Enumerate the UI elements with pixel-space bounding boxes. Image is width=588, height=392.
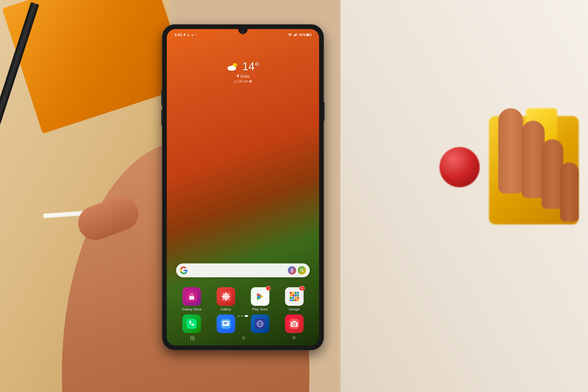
play-store-badge: 1 xyxy=(266,286,271,291)
upload-icon: ▲ xyxy=(187,33,190,36)
status-time: 1:01 xyxy=(174,33,182,37)
svg-rect-3 xyxy=(296,33,297,36)
app-google[interactable]: 20 xyxy=(279,287,310,311)
svg-rect-32 xyxy=(295,292,297,294)
app-galaxy-store[interactable]: Galaxy Store xyxy=(176,287,207,311)
svg-rect-43 xyxy=(292,299,294,301)
svg-rect-44 xyxy=(295,299,297,301)
weather-cloud-icon xyxy=(227,62,239,71)
google-badge: 20 xyxy=(299,286,305,291)
svg-rect-39 xyxy=(292,297,294,299)
google-logo xyxy=(180,266,187,274)
finger-ring xyxy=(542,139,563,209)
power-button[interactable] xyxy=(323,102,325,121)
svg-rect-40 xyxy=(295,297,297,299)
svg-point-23 xyxy=(222,296,225,298)
voice-search-button[interactable] xyxy=(288,266,296,274)
svg-rect-0 xyxy=(294,35,294,36)
weather-location: Sofia xyxy=(227,74,259,79)
google-icon[interactable]: 20 xyxy=(285,287,304,306)
weather-time: 11:20 am xyxy=(227,80,259,84)
home-button[interactable]: ○ xyxy=(242,334,246,341)
svg-rect-1 xyxy=(295,34,295,36)
svg-rect-45 xyxy=(297,299,299,301)
svg-rect-49 xyxy=(223,322,228,323)
dock-samsung[interactable] xyxy=(244,314,276,333)
svg-rect-41 xyxy=(297,297,299,299)
volume-down-button[interactable] xyxy=(161,110,162,125)
svg-rect-34 xyxy=(290,294,292,296)
samsung-app-icon[interactable] xyxy=(251,314,269,333)
svg-rect-46 xyxy=(187,319,197,329)
phone-app-icon[interactable] xyxy=(182,314,201,333)
signal-icon xyxy=(294,33,297,37)
back-button[interactable]: < xyxy=(292,334,296,341)
play-store-label: Play Store xyxy=(252,307,268,311)
finger-middle xyxy=(522,121,545,198)
svg-point-11 xyxy=(233,67,236,70)
lens-search-button[interactable] xyxy=(298,266,306,274)
phone-body: 1:01 ⚙ ▲ ▲ • xyxy=(162,25,323,350)
svg-rect-36 xyxy=(295,294,297,296)
camera-app-icon[interactable] xyxy=(285,314,304,333)
weather-widget: 14° Sofia 11:20 am xyxy=(227,60,259,84)
dock-messages[interactable] xyxy=(210,314,241,333)
search-bar[interactable] xyxy=(176,264,310,277)
svg-point-60 xyxy=(294,324,295,325)
svg-point-24 xyxy=(227,296,230,298)
phone-screen: 1:01 ⚙ ▲ ▲ • xyxy=(167,29,319,346)
svg-point-21 xyxy=(225,292,227,296)
dot-icon: • xyxy=(195,33,196,36)
sync-icon: ▲ xyxy=(191,33,194,36)
svg-rect-2 xyxy=(296,34,296,36)
svg-rect-42 xyxy=(290,299,292,301)
weather-temperature: 14° xyxy=(242,60,259,73)
dock-camera[interactable] xyxy=(279,314,310,333)
svg-rect-31 xyxy=(292,292,294,294)
google-label: Google xyxy=(289,307,300,311)
finger-index xyxy=(498,108,523,194)
battery-icon: 51% xyxy=(299,33,311,37)
recent-apps-button[interactable]: ||| xyxy=(190,335,195,340)
app-gallery[interactable]: Gallery xyxy=(210,287,241,311)
red-ball xyxy=(440,147,480,187)
dock-phone[interactable] xyxy=(176,314,207,333)
wifi-icon xyxy=(288,33,292,37)
gear-icon: ⚙ xyxy=(183,33,186,36)
svg-rect-5 xyxy=(311,34,311,36)
volume-up-button[interactable] xyxy=(161,90,162,105)
play-store-icon[interactable]: 1 xyxy=(251,287,269,306)
status-bar-left: 1:01 ⚙ ▲ ▲ • xyxy=(174,33,196,37)
gallery-icon[interactable] xyxy=(217,287,235,306)
svg-rect-37 xyxy=(297,294,299,296)
galaxy-store-label: Galaxy Store xyxy=(182,307,201,311)
galaxy-store-icon[interactable] xyxy=(182,287,201,306)
finger-pinky xyxy=(560,162,579,221)
svg-point-61 xyxy=(296,322,296,323)
svg-point-22 xyxy=(225,298,227,301)
svg-point-20 xyxy=(225,295,227,298)
svg-rect-6 xyxy=(307,34,309,36)
phone-device: 1:01 ⚙ ▲ ▲ • xyxy=(162,25,323,350)
messages-app-icon[interactable] xyxy=(217,314,235,333)
app-dock xyxy=(176,314,310,333)
svg-rect-33 xyxy=(297,292,299,294)
svg-rect-50 xyxy=(223,324,227,324)
gallery-label: Gallery xyxy=(220,307,231,311)
svg-rect-38 xyxy=(290,297,292,299)
svg-point-18 xyxy=(192,295,193,296)
app-grid: Galaxy Store xyxy=(176,287,310,311)
svg-rect-12 xyxy=(291,268,293,271)
svg-rect-35 xyxy=(292,294,294,296)
nav-bar: ||| ○ < xyxy=(167,333,319,342)
front-camera xyxy=(242,31,244,33)
status-bar-right: 51% xyxy=(288,33,311,37)
svg-rect-30 xyxy=(290,292,292,294)
app-play-store[interactable]: 1 xyxy=(244,287,276,311)
svg-point-17 xyxy=(190,295,191,296)
svg-rect-48 xyxy=(222,321,229,326)
